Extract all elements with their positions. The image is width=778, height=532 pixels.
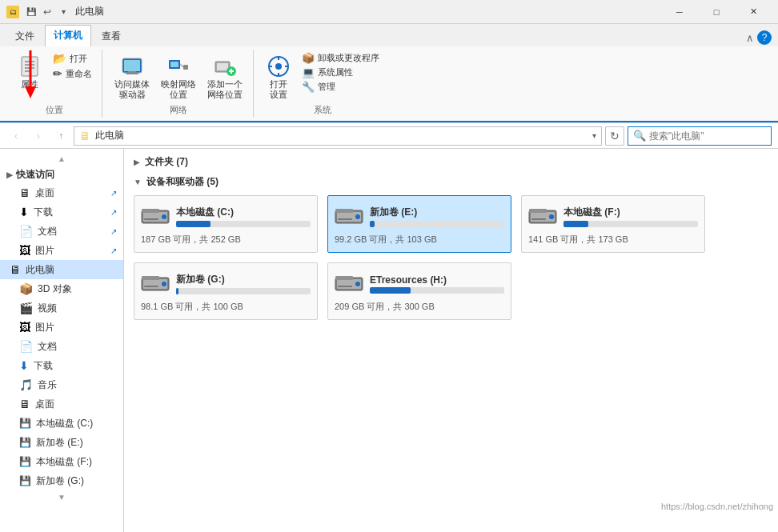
address-dropdown-icon[interactable]: ▾ xyxy=(592,131,596,140)
tab-file[interactable]: 文件 xyxy=(6,26,43,46)
svg-rect-23 xyxy=(285,66,288,67)
svg-point-34 xyxy=(355,214,360,219)
access-media-button[interactable]: 访问媒体驱动器 xyxy=(110,51,154,102)
documents-icon: 📄 xyxy=(19,225,33,238)
minimize-button[interactable]: ─ xyxy=(661,0,698,24)
drive-item-f[interactable]: 本地磁盘 (F:) 141 GB 可用，共 173 GB xyxy=(521,195,705,253)
close-button[interactable]: ✕ xyxy=(735,0,772,24)
maximize-button[interactable]: □ xyxy=(698,0,735,24)
uninstall-button[interactable]: 📦 卸载或更改程序 xyxy=(299,51,383,65)
sidebar-item-drive-g[interactable]: 💾 新加卷 (G:) xyxy=(0,471,123,490)
quick-undo-btn[interactable]: ↩ xyxy=(40,5,54,19)
sidebar-item-downloads2[interactable]: ⬇ 下载 xyxy=(0,356,123,375)
ribbon-group-btns-location: 属性 📂 打开 ✏ 重命名 xyxy=(13,51,95,102)
sidebar-item-music[interactable]: 🎵 音乐 xyxy=(0,375,123,394)
manage-button[interactable]: 🔧 管理 xyxy=(299,80,383,94)
window: 🗂 💾 ↩ ▾ 此电脑 ─ □ ✕ 文件 计算机 查看 ∧ ? xyxy=(0,0,778,532)
refresh-button[interactable]: ↻ xyxy=(605,126,624,146)
sidebar-item-documents2[interactable]: 📄 文档 xyxy=(0,337,123,356)
sidebar-item-pictures[interactable]: 🖼 图片 ↗ xyxy=(0,241,123,260)
access-media-icon xyxy=(119,54,145,79)
sidebar-item-drive-e[interactable]: 💾 新加卷 (E:) xyxy=(0,433,123,452)
drive-icon-c xyxy=(141,202,170,230)
nav-bar: ‹ › ↑ 🖥 此电脑 ▾ ↻ 🔍 xyxy=(0,123,778,149)
sidebar: ▲ ▶ 快速访问 🖥 桌面 ↗ ⬇ 下载 ↗ 📄 xyxy=(0,149,123,532)
open-rename-btns: 📂 打开 ✏ 重命名 xyxy=(50,51,95,81)
title-text: 此电脑 xyxy=(75,5,104,18)
search-input[interactable] xyxy=(649,130,769,142)
downloads-icon: ⬇ xyxy=(19,206,29,218)
sidebar-item-downloads[interactable]: ⬇ 下载 ↗ xyxy=(0,202,123,222)
sidebar-quick-access-section[interactable]: ▶ 快速访问 xyxy=(0,165,123,183)
videos-label: 视频 xyxy=(38,302,117,315)
drive-icon-g xyxy=(141,270,170,298)
svg-point-29 xyxy=(162,214,166,219)
sidebar-item-3d-objects[interactable]: 📦 3D 对象 xyxy=(0,279,123,298)
downloads-label: 下载 xyxy=(34,206,106,219)
drive-bar-fill-h xyxy=(370,287,411,294)
quick-save-btn[interactable]: 💾 xyxy=(24,5,38,19)
desktop2-label: 桌面 xyxy=(35,398,117,411)
drive-header-c: 本地磁盘 (C:) xyxy=(141,202,311,230)
drive-c-label: 本地磁盘 (C:) xyxy=(36,417,117,430)
sidebar-scroll-up[interactable]: ▲ xyxy=(0,152,123,165)
title-bar: 🗂 💾 ↩ ▾ 此电脑 ─ □ ✕ xyxy=(0,0,778,24)
sidebar-item-this-pc[interactable]: 🖥 此电脑 xyxy=(0,260,123,279)
sidebar-item-desktop[interactable]: 🖥 桌面 ↗ xyxy=(0,183,123,202)
open-settings-label: 打开设置 xyxy=(270,79,287,100)
downloads2-label: 下载 xyxy=(34,359,117,373)
sidebar-item-documents[interactable]: 📄 文档 ↗ xyxy=(0,222,123,241)
settings-icon xyxy=(266,54,291,79)
drive-item-e[interactable]: 新加卷 (E:) 99.2 GB 可用，共 103 GB xyxy=(327,195,511,253)
drive-bar-bg-e xyxy=(370,221,504,227)
quick-dropdown-btn[interactable]: ▾ xyxy=(56,5,70,19)
ribbon-expand-btn[interactable]: ∧ xyxy=(746,32,754,44)
ribbon-group-system: 打开设置 📦 卸载或更改程序 💻 系统属性 🔧 管理 xyxy=(255,50,389,118)
rename-button[interactable]: ✏ 重命名 xyxy=(50,66,95,81)
drive-g-label: 新加卷 (G:) xyxy=(36,474,117,488)
drives-expand-icon: ▼ xyxy=(134,178,142,186)
pin-icon-dl: ↗ xyxy=(110,208,117,217)
tab-computer[interactable]: 计算机 xyxy=(45,25,91,46)
drives-section-header[interactable]: ▼ 设备和驱动器 (5) xyxy=(134,175,768,189)
drive-name-g: 新加卷 (G:) xyxy=(176,273,311,286)
drive-item-c[interactable]: 本地磁盘 (C:) 187 GB 可用，共 252 GB xyxy=(134,195,318,253)
svg-rect-33 xyxy=(335,209,353,213)
address-bar[interactable]: 🖥 此电脑 ▾ xyxy=(74,126,602,146)
help-btn[interactable]: ? xyxy=(757,30,772,45)
sys-properties-icon: 💻 xyxy=(302,66,315,78)
drive-e-icon: 💾 xyxy=(19,437,31,448)
desktop-label: 桌面 xyxy=(35,186,106,200)
documents2-icon: 📄 xyxy=(19,340,33,353)
add-location-button[interactable]: 添加一个网络位置 xyxy=(203,51,247,102)
pin-icon-doc: ↗ xyxy=(110,227,117,236)
sidebar-item-videos[interactable]: 🎬 视频 xyxy=(0,298,123,318)
folders-section-header[interactable]: ▶ 文件夹 (7) xyxy=(134,155,768,169)
address-text: 此电脑 xyxy=(95,129,588,142)
sidebar-item-drive-c[interactable]: 💾 本地磁盘 (C:) xyxy=(0,414,123,433)
open-settings-button[interactable]: 打开设置 xyxy=(262,51,295,102)
forward-button[interactable]: › xyxy=(29,126,48,146)
sidebar-item-desktop2[interactable]: 🖥 桌面 xyxy=(0,394,123,414)
sys-properties-button[interactable]: 💻 系统属性 xyxy=(299,66,383,79)
svg-point-19 xyxy=(275,63,282,70)
sidebar-scroll-down[interactable]: ▼ xyxy=(0,490,123,503)
drive-info-g: 新加卷 (G:) xyxy=(176,273,311,294)
address-icon: 🖥 xyxy=(79,130,90,142)
properties-button[interactable]: 属性 xyxy=(13,51,46,92)
tab-view[interactable]: 查看 xyxy=(93,26,130,46)
up-button[interactable]: ↑ xyxy=(51,126,70,146)
open-button[interactable]: 📂 打开 xyxy=(50,51,95,66)
title-bar-left: 🗂 💾 ↩ ▾ 此电脑 xyxy=(6,5,104,19)
back-button[interactable]: ‹ xyxy=(6,126,26,146)
drive-item-h[interactable]: ETresources (H:) 209 GB 可用，共 300 GB xyxy=(327,262,511,320)
desktop2-icon: 🖥 xyxy=(19,398,30,410)
drive-header-f: 本地磁盘 (F:) xyxy=(528,202,698,230)
pin-icon: ↗ xyxy=(110,189,117,198)
sidebar-item-pictures2[interactable]: 🖼 图片 xyxy=(0,318,123,337)
drive-item-g[interactable]: 新加卷 (G:) 98.1 GB 可用，共 100 GB xyxy=(134,262,318,320)
quick-access-buttons: 💾 ↩ ▾ xyxy=(24,5,70,19)
drive-details-f: 141 GB 可用，共 173 GB xyxy=(528,234,698,246)
sidebar-item-drive-f[interactable]: 💾 本地磁盘 (F:) xyxy=(0,452,123,471)
map-network-button[interactable]: 映射网络位置 xyxy=(157,51,200,102)
